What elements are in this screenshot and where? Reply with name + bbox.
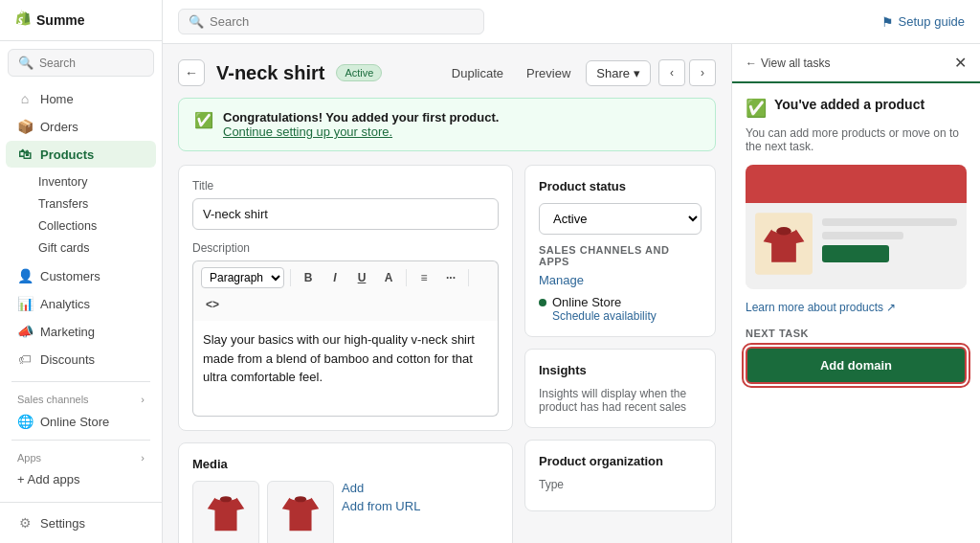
settings-icon: ⚙ (17, 515, 33, 531)
illus-lines (822, 213, 957, 262)
color-button[interactable]: A (377, 266, 400, 289)
search-input[interactable] (39, 57, 144, 70)
sidebar-item-add-apps[interactable]: + Add apps (6, 466, 156, 492)
manage-link[interactable]: Manage (539, 273, 702, 287)
marketing-icon: 📣 (17, 324, 33, 339)
sidebar-item-home[interactable]: ⌂ Home (6, 85, 156, 112)
status-select[interactable]: Active Draft (539, 203, 702, 235)
task-done-desc: You can add more products or move on to … (746, 126, 967, 153)
store-name: Summe (36, 12, 85, 28)
media-thumb-2[interactable] (267, 481, 334, 543)
sidebar-header: Summe (0, 0, 162, 41)
view-all-tasks-button[interactable]: ← View all tasks (746, 57, 830, 70)
main-area: 🔍 ⚑ Setup guide ← V-neck shirt Active Du… (163, 0, 980, 543)
two-col-layout: Title Description Paragraph B I U A (178, 165, 716, 543)
add-media-link[interactable]: Add (342, 481, 364, 495)
sidebar-item-collections[interactable]: Collections (31, 215, 156, 237)
product-org-card: Product organization Type (524, 440, 716, 511)
sidebar-item-discounts[interactable]: 🏷 Discounts (6, 346, 156, 373)
sidebar-item-label: Orders (40, 120, 78, 134)
add-domain-button[interactable]: Add domain (746, 347, 967, 384)
products-icon: 🛍 (17, 147, 33, 162)
underline-button[interactable]: U (350, 266, 373, 289)
preview-button[interactable]: Preview (519, 61, 578, 85)
sidebar-item-label: Home (40, 92, 74, 106)
sidebar-item-products[interactable]: 🛍 Products (6, 141, 156, 168)
products-submenu: Inventory Transfers Collections Gift car… (0, 169, 162, 261)
product-illustration (746, 165, 967, 289)
toolbar-sep-2 (406, 269, 407, 286)
illus-product-img (755, 213, 813, 275)
sidebar-bottom: ⚙ Settings (0, 502, 162, 543)
header-actions: Duplicate Preview Share ▾ ‹ › (444, 59, 716, 86)
sidebar-item-label: Online Store (40, 415, 109, 429)
back-button[interactable]: ← (178, 59, 205, 86)
next-product-button[interactable]: › (689, 59, 716, 86)
channel-dot (539, 299, 546, 306)
duplicate-button[interactable]: Duplicate (444, 61, 511, 85)
sidebar-item-settings[interactable]: ⚙ Settings (6, 509, 156, 536)
illus-top (746, 165, 967, 203)
search-box[interactable]: 🔍 (8, 49, 154, 77)
insights-text: Insights will display when the product h… (539, 387, 702, 414)
task-done-icon: ✅ (746, 98, 767, 119)
sales-channels-label: SALES CHANNELS AND APPS (539, 244, 702, 267)
close-panel-button[interactable]: ✕ (954, 54, 967, 72)
code-button[interactable]: <> (201, 293, 224, 316)
title-input[interactable] (192, 198, 499, 230)
more-button[interactable]: ··· (439, 266, 462, 289)
svg-point-3 (776, 227, 791, 236)
sidebar-item-inventory[interactable]: Inventory (31, 171, 156, 192)
sidebar-item-customers[interactable]: 👤 Customers (6, 262, 156, 289)
page-area: ← V-neck shirt Active Duplicate Preview … (163, 44, 731, 543)
external-link-icon: ↗ (886, 301, 896, 314)
side-col: Product status Active Draft SALES CHANNE… (524, 165, 716, 543)
media-title: Media (192, 457, 499, 471)
add-from-url-link[interactable]: Add from URL (342, 499, 420, 513)
sidebar-item-online-store[interactable]: 🌐 Online Store (6, 408, 156, 435)
topbar-search-input[interactable] (210, 14, 474, 29)
side-panel-header: ← View all tasks ✕ (732, 44, 980, 83)
illus-body (746, 203, 967, 284)
media-thumb-1[interactable] (192, 481, 259, 543)
topbar-search-box[interactable]: 🔍 (178, 9, 484, 34)
analytics-icon: 📊 (17, 296, 33, 311)
channel-item: Online Store Schedule availability (539, 295, 702, 323)
illus-line-2 (822, 232, 903, 239)
flag-icon: ⚑ (881, 14, 894, 30)
sidebar-item-orders[interactable]: 📦 Orders (6, 113, 156, 140)
side-panel-body: ✅ You've added a product You can add mor… (732, 83, 980, 397)
sidebar-item-marketing[interactable]: 📣 Marketing (6, 318, 156, 345)
banner-link[interactable]: Continue setting up your store. (223, 124, 392, 139)
content-area: ← V-neck shirt Active Duplicate Preview … (163, 44, 980, 543)
italic-button[interactable]: I (323, 266, 346, 289)
setup-guide-button[interactable]: ⚑ Setup guide (881, 14, 965, 30)
svg-point-1 (295, 496, 306, 502)
bold-button[interactable]: B (297, 266, 320, 289)
chevron-down-icon: ▾ (634, 66, 640, 80)
apps-label: Apps › (0, 444, 162, 465)
search-icon: 🔍 (189, 14, 204, 29)
learn-more-link[interactable]: Learn more about products ↗ (746, 301, 967, 314)
share-label: Share (596, 66, 630, 80)
paragraph-select[interactable]: Paragraph (201, 267, 284, 288)
description-area[interactable]: Slay your basics with our high-quality v… (192, 321, 499, 417)
desc-label: Description (192, 241, 499, 255)
type-label: Type (539, 478, 702, 491)
schedule-link[interactable]: Schedule availability (552, 309, 657, 323)
media-add-zone: Add Add from URL (342, 481, 420, 543)
sidebar-item-transfers[interactable]: Transfers (31, 193, 156, 215)
svg-point-0 (220, 496, 232, 502)
prev-product-button[interactable]: ‹ (658, 59, 685, 86)
page-title: V-neck shirt (216, 62, 324, 84)
channel-name: Online Store (552, 295, 657, 309)
share-button[interactable]: Share ▾ (586, 60, 651, 86)
add-apps-label: + Add apps (17, 472, 79, 486)
sidebar-item-gift-cards[interactable]: Gift cards (31, 238, 156, 259)
nav-main: ⌂ Home 📦 Orders 🛍 Products Inventory Tra… (0, 80, 162, 377)
sidebar-item-analytics[interactable]: 📊 Analytics (6, 290, 156, 317)
page-header: ← V-neck shirt Active Duplicate Preview … (178, 59, 716, 86)
product-status-title: Product status (539, 179, 702, 193)
sidebar-divider (11, 381, 150, 382)
align-button[interactable]: ≡ (412, 266, 435, 289)
